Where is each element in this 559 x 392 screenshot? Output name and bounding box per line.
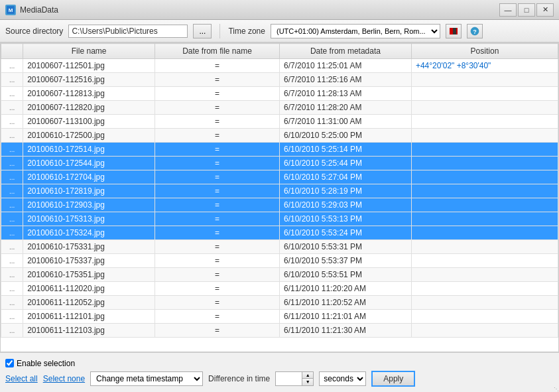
row-date-file: = xyxy=(155,254,280,268)
table-row[interactable]: ... 20100607-112516.jpg = 6/7/2010 11:25… xyxy=(1,73,558,87)
row-date-file: = xyxy=(155,268,280,282)
diff-input-wrap: 10 ▲ ▼ xyxy=(275,371,314,386)
row-indicator: ... xyxy=(1,157,23,170)
col-date-meta[interactable]: Date from metadata xyxy=(279,44,411,59)
table-row[interactable]: ... 20100610-175351.jpg = 6/10/2010 5:53… xyxy=(1,268,558,282)
row-position xyxy=(411,157,558,170)
close-button[interactable]: ✕ xyxy=(536,3,554,17)
row-position xyxy=(411,143,558,157)
file-table: File name Date from file name Date from … xyxy=(1,43,558,338)
enable-selection-text: Enable selection xyxy=(17,359,75,368)
enable-selection-checkbox[interactable] xyxy=(5,359,14,367)
row-date-file: = xyxy=(155,143,280,157)
row-date-file: = xyxy=(155,129,280,143)
select-none-button[interactable]: Select none xyxy=(43,374,85,383)
table-row[interactable]: ... 20100610-172903.jpg = 6/10/2010 5:29… xyxy=(1,198,558,212)
row-position xyxy=(411,101,558,115)
source-path-display: C:\Users\Public\Pictures xyxy=(68,25,188,38)
flag-icon-btn[interactable] xyxy=(446,24,462,38)
row-date-meta: 6/10/2010 5:53:24 PM xyxy=(279,226,411,240)
row-position xyxy=(411,115,558,129)
row-indicator: ... xyxy=(1,226,23,240)
table-row[interactable]: ... 20100611-112020.jpg = 6/11/2010 11:2… xyxy=(1,282,558,296)
browse-button[interactable]: ... xyxy=(193,24,212,38)
svg-rect-3 xyxy=(453,28,456,34)
row-date-meta: 6/11/2010 11:21:01 AM xyxy=(279,310,411,324)
row-date-file: = xyxy=(155,101,280,115)
row-position xyxy=(411,87,558,101)
row-date-file: = xyxy=(155,240,280,254)
table-row[interactable]: ... 20100610-172544.jpg = 6/10/2010 5:25… xyxy=(1,157,558,170)
bottom-row-1: Enable selection xyxy=(5,359,554,368)
row-position xyxy=(411,226,558,240)
row-indicator: ... xyxy=(1,198,23,212)
col-position[interactable]: Position xyxy=(411,44,558,59)
table-row[interactable]: ... 20100607-112813.jpg = 6/7/2010 11:28… xyxy=(1,87,558,101)
row-position xyxy=(411,129,558,143)
maximize-button[interactable]: □ xyxy=(518,3,535,17)
diff-value-input[interactable]: 10 xyxy=(276,372,302,385)
bottom-bar: Enable selection Select all Select none … xyxy=(0,352,559,392)
row-date-meta: 6/10/2010 5:53:51 PM xyxy=(279,268,411,282)
row-position xyxy=(411,184,558,198)
table-row[interactable]: ... 20100610-175313.jpg = 6/10/2010 5:53… xyxy=(1,212,558,226)
time-unit-select[interactable]: secondsminuteshours xyxy=(319,371,366,386)
file-table-container[interactable]: File name Date from file name Date from … xyxy=(0,42,559,352)
timezone-select[interactable]: (UTC+01:00) Amsterdam, Berlin, Bern, Rom… xyxy=(271,24,440,38)
table-row[interactable]: ... 20100610-175331.jpg = 6/10/2010 5:53… xyxy=(1,240,558,254)
row-indicator: ... xyxy=(1,87,23,101)
row-date-file: = xyxy=(155,296,280,310)
row-date-meta: 6/10/2010 5:27:04 PM xyxy=(279,170,411,184)
row-position xyxy=(411,296,558,310)
table-row[interactable]: ... 20100610-172704.jpg = 6/10/2010 5:27… xyxy=(1,170,558,184)
row-date-file: = xyxy=(155,87,280,101)
resize-grip[interactable]: ⋱ xyxy=(551,384,559,392)
row-indicator: ... xyxy=(1,310,23,324)
svg-text:M: M xyxy=(9,7,13,13)
row-date-file: = xyxy=(155,184,280,198)
row-indicator: ... xyxy=(1,101,23,115)
table-row[interactable]: ... 20100611-112052.jpg = 6/11/2010 11:2… xyxy=(1,296,558,310)
row-filename: 20100610-172500.jpg xyxy=(23,129,155,143)
select-all-button[interactable]: Select all xyxy=(5,374,38,383)
table-row[interactable]: ... 20100610-172500.jpg = 6/10/2010 5:25… xyxy=(1,129,558,143)
table-row[interactable]: ... 20100607-113100.jpg = 6/7/2010 11:31… xyxy=(1,115,558,129)
table-row[interactable]: ... 20100610-172514.jpg = 6/10/2010 5:25… xyxy=(1,143,558,157)
row-filename: 20100610-175337.jpg xyxy=(23,254,155,268)
row-date-meta: 6/10/2010 5:25:44 PM xyxy=(279,157,411,170)
row-date-meta: 6/10/2010 5:53:13 PM xyxy=(279,212,411,226)
enable-selection-label[interactable]: Enable selection xyxy=(5,359,75,368)
row-date-file: = xyxy=(155,198,280,212)
action-dropdown[interactable]: Change meta timestampChange file timesta… xyxy=(90,371,203,386)
window-controls: — □ ✕ xyxy=(499,3,554,17)
row-indicator: ... xyxy=(1,240,23,254)
table-row[interactable]: ... 20100610-172819.jpg = 6/10/2010 5:28… xyxy=(1,184,558,198)
table-row[interactable]: ... 20100611-112103.jpg = 6/11/2010 11:2… xyxy=(1,324,558,338)
app-icon: M xyxy=(5,5,16,15)
minimize-button[interactable]: — xyxy=(499,3,517,17)
apply-button[interactable]: Apply xyxy=(371,371,415,387)
row-date-file: = xyxy=(155,212,280,226)
spinner-buttons: ▲ ▼ xyxy=(302,372,313,385)
row-date-meta: 6/7/2010 11:25:01 AM xyxy=(279,59,411,73)
app-title: MediaData xyxy=(20,5,58,15)
row-indicator: ... xyxy=(1,268,23,282)
table-row[interactable]: ... 20100611-112101.jpg = 6/11/2010 11:2… xyxy=(1,310,558,324)
table-row[interactable]: ... 20100607-112501.jpg = 6/7/2010 11:25… xyxy=(1,59,558,73)
spin-down-button[interactable]: ▼ xyxy=(302,379,313,385)
table-row[interactable]: ... 20100610-175324.jpg = 6/10/2010 5:53… xyxy=(1,226,558,240)
help-icon-btn[interactable]: ? xyxy=(467,24,483,38)
row-position xyxy=(411,282,558,296)
table-row[interactable]: ... 20100610-175337.jpg = 6/10/2010 5:53… xyxy=(1,254,558,268)
svg-rect-4 xyxy=(456,28,458,34)
col-filename[interactable]: File name xyxy=(23,44,155,59)
row-indicator: ... xyxy=(1,296,23,310)
row-filename: 20100610-175331.jpg xyxy=(23,240,155,254)
spin-up-button[interactable]: ▲ xyxy=(302,372,313,379)
row-filename: 20100607-112820.jpg xyxy=(23,101,155,115)
row-date-file: = xyxy=(155,324,280,338)
table-row[interactable]: ... 20100607-112820.jpg = 6/7/2010 11:28… xyxy=(1,101,558,115)
row-filename: 20100611-112052.jpg xyxy=(23,296,155,310)
row-filename: 20100610-172544.jpg xyxy=(23,157,155,170)
col-date-file[interactable]: Date from file name xyxy=(155,44,280,59)
